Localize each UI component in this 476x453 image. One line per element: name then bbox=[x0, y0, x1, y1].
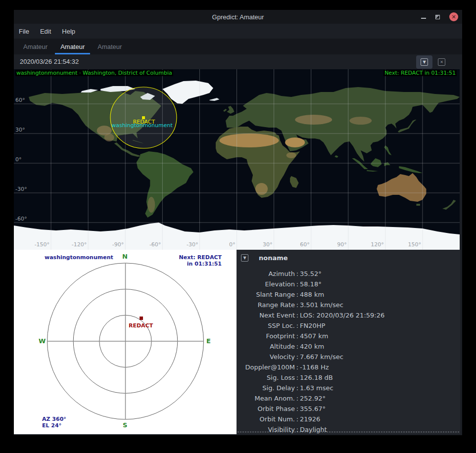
telemetry-separator: : bbox=[295, 322, 300, 329]
telemetry-label: Next Event bbox=[237, 312, 295, 319]
telemetry-label: Sig. Delay bbox=[237, 384, 295, 392]
telemetry-label: Orbit Num. bbox=[237, 415, 295, 423]
telemetry-separator: : bbox=[295, 270, 300, 277]
telemetry-row: Elevation:58.18° bbox=[237, 279, 460, 289]
telemetry-value: 420 km bbox=[300, 343, 460, 350]
tab-bar: AmateurAmateurAmateur bbox=[14, 39, 462, 54]
telemetry-row: Orbit Phase:355.67° bbox=[237, 404, 460, 414]
minimize-icon bbox=[421, 18, 426, 19]
polar-next-event-line1: Next: REDACT bbox=[179, 254, 222, 261]
tab-0-amateur[interactable]: Amateur bbox=[17, 39, 54, 54]
telemetry-value: FN20HP bbox=[300, 322, 460, 329]
lon-label: 30° bbox=[263, 241, 273, 248]
telemetry-row: Sig. Delay:1.63 msec bbox=[237, 383, 460, 393]
telemetry-row: Doppler@100M:-1168 Hz bbox=[237, 362, 460, 372]
lon-label: 60° bbox=[300, 241, 310, 248]
telemetry-value: 58.18° bbox=[300, 280, 460, 288]
gpredict-window: Gpredict: Amateur ✕ FileEditHelp Amateur… bbox=[14, 10, 462, 435]
tab-1-amateur[interactable]: Amateur bbox=[54, 39, 91, 54]
telemetry-row: Azimuth:35.52° bbox=[237, 269, 460, 279]
polar-az-readout: AZ 360° bbox=[42, 416, 66, 422]
telemetry-label: Slant Range bbox=[237, 291, 295, 298]
panel-dropdown-icon: ▼ bbox=[241, 254, 248, 262]
telemetry-value: 21926 bbox=[300, 415, 460, 423]
map-groundstation-label: washingtonmonument bbox=[111, 122, 173, 129]
telemetry-separator: : bbox=[295, 405, 300, 412]
menu-bar: FileEditHelp bbox=[14, 24, 462, 39]
map-graphic bbox=[14, 69, 460, 250]
polar-satellite-marker bbox=[140, 317, 143, 320]
time-bar: 2020/03/26 21:54:32 ▼ ✕ bbox=[14, 54, 462, 69]
lat-label: 0° bbox=[15, 156, 22, 163]
telemetry-value: 126.18 dB bbox=[300, 374, 460, 381]
telemetry-label: Doppler@100M bbox=[237, 363, 295, 371]
panel-options-button[interactable]: ▼ bbox=[241, 254, 248, 262]
telemetry-separator: : bbox=[295, 384, 300, 392]
lat-label: -30° bbox=[15, 186, 27, 192]
telemetry-label: Azimuth bbox=[237, 270, 295, 277]
telemetry-row: Slant Range:488 km bbox=[237, 289, 460, 300]
close-button[interactable]: ✕ bbox=[449, 12, 458, 21]
polar-el-readout: EL 24° bbox=[42, 422, 61, 429]
telemetry-label: Mean Anom. bbox=[237, 395, 295, 402]
telemetry-separator: : bbox=[295, 301, 300, 309]
lon-label: 120° bbox=[371, 241, 384, 248]
telemetry-separator: : bbox=[295, 353, 300, 361]
module-close-button[interactable]: ✕ bbox=[433, 55, 450, 69]
module-options-button[interactable]: ▼ bbox=[416, 55, 432, 69]
map-groundstation-header: washingtonmonument · Washington, Distric… bbox=[15, 70, 173, 76]
telemetry-label: Velocity bbox=[237, 353, 295, 361]
menu-edit[interactable]: Edit bbox=[40, 28, 51, 35]
polar-plot: washingtonmonument N Next: REDACT in 01:… bbox=[14, 250, 237, 434]
telemetry-value: LOS: 2020/03/26 21:59:26 bbox=[300, 312, 460, 319]
telemetry-separator: : bbox=[295, 343, 300, 350]
telemetry-label: Elevation bbox=[237, 280, 295, 288]
telemetry-separator: : bbox=[295, 312, 300, 319]
lat-label: 60° bbox=[15, 97, 25, 103]
satellite-name: noname bbox=[259, 254, 288, 262]
dropdown-icon: ▼ bbox=[421, 58, 428, 66]
telemetry-separator: : bbox=[295, 291, 300, 298]
telemetry-row: Altitude:420 km bbox=[237, 341, 460, 352]
minimize-button[interactable] bbox=[421, 15, 426, 19]
focus-indicator bbox=[238, 432, 459, 432]
telemetry-label: Sig. Loss bbox=[237, 374, 295, 381]
telemetry-value: 488 km bbox=[300, 291, 460, 298]
polar-north-label: N bbox=[122, 253, 128, 260]
telemetry-separator: : bbox=[295, 395, 300, 402]
lon-label: 0° bbox=[229, 241, 236, 248]
telemetry-label: Orbit Phase bbox=[237, 405, 295, 412]
telemetry-panel: ▼ noname Azimuth:35.52°Elevation:58.18°S… bbox=[237, 250, 460, 434]
telemetry-separator: : bbox=[295, 415, 300, 423]
telemetry-row: Visibility:Daylight bbox=[237, 424, 460, 435]
telemetry-separator: : bbox=[295, 280, 300, 288]
telemetry-value: 3.501 km/sec bbox=[300, 301, 460, 309]
close-icon: ✕ bbox=[451, 14, 456, 20]
current-timestamp: 2020/03/26 21:54:32 bbox=[20, 58, 79, 65]
lon-label: 90° bbox=[337, 241, 347, 248]
telemetry-row: Mean Anom.:252.92° bbox=[237, 393, 460, 404]
telemetry-label: SSP Loc. bbox=[237, 322, 295, 329]
telemetry-value: 35.52° bbox=[300, 270, 460, 277]
map-next-event: Next: REDACT in 01:31:51 bbox=[383, 70, 457, 76]
telemetry-rows: Azimuth:35.52°Elevation:58.18°Slant Rang… bbox=[237, 269, 460, 435]
lat-label: 30° bbox=[15, 127, 25, 133]
telemetry-separator: : bbox=[295, 363, 300, 371]
world-map: washingtonmonument · Washington, Distric… bbox=[14, 69, 460, 250]
telemetry-value: 1.63 msec bbox=[300, 384, 460, 392]
menu-file[interactable]: File bbox=[19, 28, 29, 35]
restore-button[interactable] bbox=[435, 15, 440, 19]
lon-label: 150° bbox=[408, 241, 421, 248]
polar-east-label: E bbox=[206, 337, 211, 345]
polar-next-event-line2: in 01:31:51 bbox=[187, 261, 222, 267]
tab-2-amateur[interactable]: Amateur bbox=[91, 39, 128, 54]
menu-help[interactable]: Help bbox=[62, 28, 75, 35]
telemetry-row: Velocity:7.667 km/sec bbox=[237, 352, 460, 362]
telemetry-value: -1168 Hz bbox=[300, 363, 460, 371]
telemetry-label: Footprint bbox=[237, 332, 295, 340]
telemetry-row: Footprint:4507 km bbox=[237, 331, 460, 341]
window-title: Gpredict: Amateur bbox=[14, 13, 462, 21]
close-module-icon: ✕ bbox=[438, 58, 445, 66]
telemetry-label: Range Rate bbox=[237, 301, 295, 309]
title-bar: Gpredict: Amateur ✕ bbox=[14, 10, 462, 24]
